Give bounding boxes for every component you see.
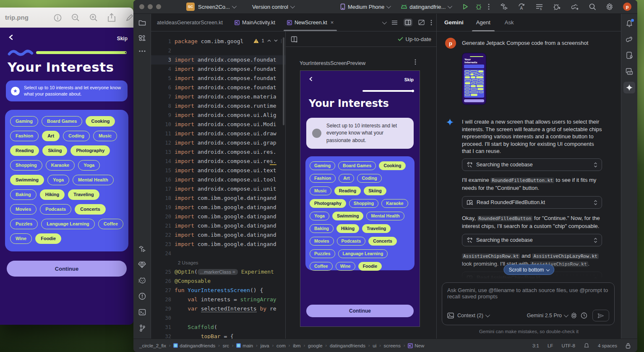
todo-list-icon[interactable]: s bbox=[535, 3, 543, 10]
interest-chip[interactable]: Yoga bbox=[310, 212, 329, 220]
interest-chip[interactable]: Coffee bbox=[310, 262, 333, 271]
interest-chip[interactable]: Shopping bbox=[10, 160, 42, 171]
interest-chip[interactable]: Photography bbox=[310, 199, 346, 208]
project-selector[interactable]: Screen2Co... bbox=[198, 4, 235, 10]
tool-call-card[interactable]: Read RoundedFilledButton.kt bbox=[462, 196, 602, 209]
interest-chip[interactable]: Mental Health bbox=[73, 175, 114, 185]
interest-chip[interactable]: Yoga bbox=[47, 175, 69, 185]
interest-chip[interactable]: Gaming bbox=[10, 116, 38, 127]
interest-chip[interactable]: Movies bbox=[10, 204, 37, 215]
traffic-lights[interactable] bbox=[139, 4, 161, 9]
interest-chip[interactable]: Concerts bbox=[75, 204, 106, 215]
interest-chip[interactable]: Reading bbox=[334, 186, 361, 195]
close-window-icon[interactable] bbox=[139, 4, 144, 9]
caret-position[interactable]: 3:1 bbox=[532, 343, 539, 348]
gemini-tool-icon[interactable] bbox=[623, 82, 635, 93]
problems-icon[interactable] bbox=[138, 292, 146, 300]
notifications-bell-icon[interactable] bbox=[626, 20, 633, 27]
breadcrumb-item[interactable]: google bbox=[308, 343, 323, 348]
interest-chip[interactable]: Art bbox=[42, 131, 60, 141]
tab-ask[interactable]: Ask bbox=[503, 14, 516, 31]
interest-chip[interactable]: Board Games bbox=[42, 116, 83, 127]
breadcrumb[interactable]: _circle_2_fix›datingandfriends›src›main›… bbox=[139, 343, 424, 348]
interest-chip[interactable]: Music bbox=[310, 186, 331, 195]
run-button[interactable] bbox=[462, 3, 469, 10]
logcat-icon[interactable] bbox=[138, 277, 146, 284]
vcs-widget[interactable]: Version control bbox=[252, 4, 294, 10]
more-actions-kebab-icon[interactable] bbox=[488, 3, 490, 10]
interest-chip[interactable]: Traveling bbox=[362, 224, 391, 233]
gemini-prompt-input[interactable] bbox=[442, 283, 614, 307]
maximize-window-icon[interactable] bbox=[156, 4, 161, 9]
git-branch-icon[interactable] bbox=[139, 324, 146, 332]
usages-hint[interactable]: 2 Usages bbox=[151, 258, 285, 267]
info-icon[interactable] bbox=[54, 14, 62, 22]
interest-chip[interactable]: Puzzles bbox=[10, 219, 38, 229]
file-encoding[interactable]: UTF-8 bbox=[561, 343, 575, 348]
minimize-window-icon[interactable] bbox=[148, 4, 153, 9]
breadcrumb-item[interactable]: _circle_2_fix bbox=[139, 343, 166, 348]
line-separator[interactable]: LF bbox=[548, 343, 553, 348]
build-hammer-icon[interactable] bbox=[500, 3, 508, 10]
gradle-tool-icon[interactable] bbox=[625, 36, 634, 43]
edit-pencil-icon[interactable] bbox=[125, 13, 133, 22]
interest-chip[interactable]: Baking bbox=[10, 189, 37, 200]
debug-button[interactable] bbox=[475, 3, 482, 10]
interest-chip[interactable]: Photography bbox=[70, 145, 110, 156]
breadcrumb-item[interactable]: java bbox=[261, 343, 269, 348]
interest-chip[interactable]: Swimming bbox=[332, 212, 364, 220]
interest-chip[interactable]: Reading bbox=[10, 145, 39, 156]
expand-collapse-icon[interactable] bbox=[594, 162, 597, 168]
collapse-chevron-icon[interactable] bbox=[594, 277, 597, 280]
breadcrumb-item[interactable]: main bbox=[236, 343, 253, 348]
interest-chip[interactable]: Yoga bbox=[78, 160, 100, 171]
interest-chip[interactable]: Coffee bbox=[98, 219, 123, 229]
screenshot-thumbnail[interactable]: Your Interests bbox=[462, 53, 486, 105]
readonly-lock-icon[interactable] bbox=[626, 343, 631, 349]
gradle-sync-icon[interactable] bbox=[571, 3, 579, 10]
expand-collapse-icon[interactable] bbox=[594, 200, 597, 205]
interest-chip[interactable]: Mental Health bbox=[366, 212, 404, 220]
tab-list-chevron-icon[interactable] bbox=[382, 19, 387, 24]
interest-chip[interactable]: Concerts bbox=[368, 237, 397, 246]
interest-chip[interactable]: Coding bbox=[357, 174, 381, 183]
layout-inspector-icon[interactable] bbox=[626, 68, 633, 75]
interest-chip[interactable]: Shopping bbox=[349, 199, 378, 208]
context-dropdown[interactable]: Context (2) bbox=[457, 313, 489, 318]
interest-chip[interactable]: Podcasts bbox=[337, 237, 366, 246]
attach-image-icon[interactable] bbox=[447, 313, 454, 318]
code-editor[interactable]: 1 | 1package com.ibm.googl23import andro… bbox=[151, 31, 285, 339]
editor-kebab-icon[interactable] bbox=[430, 20, 432, 26]
interest-chip[interactable]: Hiking bbox=[40, 189, 65, 200]
interest-chip[interactable]: Coding bbox=[63, 131, 90, 141]
interest-chip[interactable]: Swimming bbox=[10, 175, 44, 185]
interest-chip[interactable]: Cooking bbox=[86, 116, 115, 127]
history-clock-icon[interactable] bbox=[581, 312, 587, 319]
interest-chip[interactable]: Foodie bbox=[35, 233, 61, 244]
editor-scrollbar[interactable] bbox=[283, 37, 284, 125]
zoom-in-icon[interactable] bbox=[89, 13, 98, 22]
project-tool-icon[interactable] bbox=[138, 20, 146, 26]
ai-rename-icon[interactable]: A bbox=[518, 3, 526, 10]
breadcrumb-item[interactable]: ui bbox=[373, 343, 376, 348]
gemini-settings-gear-icon[interactable] bbox=[571, 312, 577, 319]
build-tool-icon[interactable] bbox=[138, 246, 146, 253]
compose-preview-phone[interactable]: Skip Your Interests Select up to 10 inte… bbox=[300, 70, 420, 327]
editor-tab[interactable]: ateIdeasGeneratorScreen.kt bbox=[151, 14, 229, 31]
device-frame-selector[interactable]: Medium Phone bbox=[340, 3, 390, 10]
send-button[interactable] bbox=[592, 310, 609, 321]
interest-chip[interactable]: Fashion bbox=[10, 131, 39, 141]
preview-kebab-icon[interactable] bbox=[415, 59, 416, 65]
interest-chip[interactable]: Podcasts bbox=[40, 204, 71, 215]
interest-chip[interactable]: Skiing bbox=[42, 145, 67, 156]
editor-tab[interactable]: NewScreen.kt× bbox=[281, 14, 339, 31]
zoom-out-icon[interactable] bbox=[71, 13, 80, 22]
breadcrumb-item[interactable]: datingandfriends bbox=[330, 343, 365, 348]
interest-chip[interactable]: Music bbox=[93, 131, 117, 141]
tool-call-card[interactable]: Searching the codebase bbox=[462, 158, 602, 171]
interest-chip[interactable]: Movies bbox=[310, 237, 334, 246]
breadcrumb-item[interactable]: ibm bbox=[293, 343, 301, 348]
tool-call-card[interactable]: Searching the codebase bbox=[462, 234, 602, 246]
interest-chip[interactable]: Puzzles bbox=[310, 249, 335, 258]
status-bell-icon[interactable] bbox=[584, 343, 589, 349]
